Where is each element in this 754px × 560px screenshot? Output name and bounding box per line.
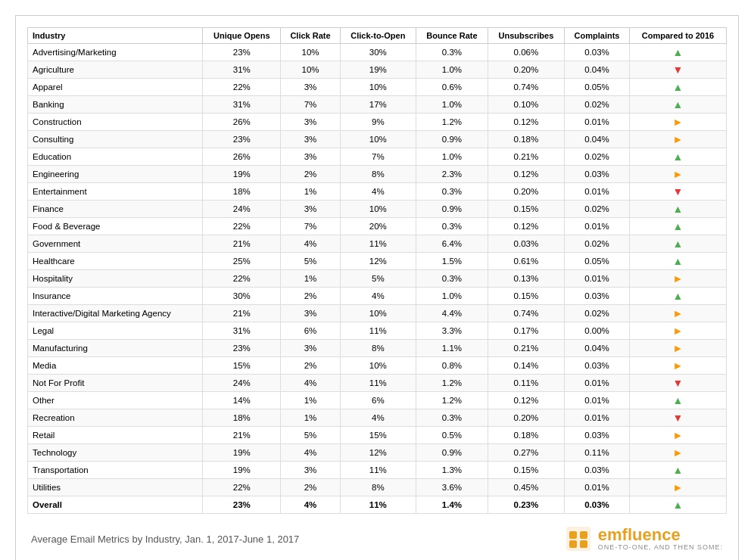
cell-click-rate: 7%: [281, 218, 340, 235]
cell-industry: Agriculture: [28, 61, 203, 79]
cell-unsubscribes: 0.20%: [488, 61, 564, 79]
cell-unsubscribes: 0.18%: [488, 131, 564, 148]
cell-complaints: 0.03%: [564, 288, 629, 305]
col-unsubscribes: Unsubscribes: [488, 28, 564, 44]
cell-click-to-open: 17%: [340, 96, 416, 114]
cell-arrow: ▼: [630, 183, 727, 201]
arrow-right-orange: ►: [673, 342, 684, 354]
cell-complaints: 0.01%: [564, 479, 629, 496]
cell-industry: Banking: [28, 96, 203, 114]
cell-complaints: 0.02%: [564, 148, 629, 166]
cell-click-rate: 7%: [281, 96, 340, 114]
cell-bounce-rate: 0.3%: [416, 183, 488, 201]
cell-arrow: ►: [630, 114, 727, 131]
col-click-to-open: Click-to-Open: [340, 28, 416, 44]
table-row: Retail 21% 5% 15% 0.5% 0.18% 0.03% ►: [28, 427, 727, 444]
cell-unsubscribes: 0.74%: [488, 79, 564, 96]
table-row: Utilities 22% 2% 8% 3.6% 0.45% 0.01% ►: [28, 479, 727, 496]
cell-complaints: 0.02%: [564, 305, 629, 322]
cell-click-to-open: 4%: [340, 183, 416, 201]
cell-complaints: 0.01%: [564, 392, 629, 409]
cell-click-rate: 1%: [281, 270, 340, 288]
cell-complaints: 0.00%: [564, 322, 629, 340]
arrow-up-green: ▲: [673, 151, 684, 163]
cell-arrow: ▲: [630, 201, 727, 218]
cell-industry: Technology: [28, 444, 203, 462]
cell-industry: Education: [28, 148, 203, 166]
cell-overall-label: Overall: [28, 496, 203, 514]
cell-unsubscribes: 0.15%: [488, 288, 564, 305]
cell-click-rate: 2%: [281, 166, 340, 183]
table-row: Legal 31% 6% 11% 3.3% 0.17% 0.00% ►: [28, 322, 727, 340]
cell-unsubscribes: 0.18%: [488, 427, 564, 444]
arrow-right-orange: ►: [673, 446, 684, 459]
table-row: Construction 26% 3% 9% 1.2% 0.12% 0.01% …: [28, 114, 727, 131]
cell-bounce-rate: 0.3%: [416, 44, 488, 61]
cell-unique-opens: 31%: [203, 61, 281, 79]
cell-complaints: 0.05%: [564, 253, 629, 270]
cell-unique-opens: 26%: [203, 148, 281, 166]
logo-text: emfluence ONE-TO-ONE, AND THEN SOME:: [598, 527, 723, 551]
table-row: Other 14% 1% 6% 1.2% 0.12% 0.01% ▲: [28, 392, 727, 409]
cell-unique-opens: 19%: [203, 462, 281, 479]
cell-click-to-open: 6%: [340, 392, 416, 409]
cell-unsubscribes: 0.21%: [488, 148, 564, 166]
cell-bounce-rate: 0.6%: [416, 79, 488, 96]
table-row: Engineering 19% 2% 8% 2.3% 0.12% 0.03% ►: [28, 166, 727, 183]
cell-unsubscribes: 0.10%: [488, 96, 564, 114]
cell-click-rate: 10%: [281, 44, 340, 61]
cell-unique-opens: 21%: [203, 427, 281, 444]
table-row: Government 21% 4% 11% 6.4% 0.03% 0.02% ▲: [28, 235, 727, 253]
cell-unsubscribes: 0.74%: [488, 305, 564, 322]
cell-unique-opens: 19%: [203, 166, 281, 183]
arrow-down-red: ▼: [673, 64, 684, 76]
emfluence-logo-icon: [565, 525, 592, 552]
cell-unique-opens: 31%: [203, 96, 281, 114]
cell-arrow: ►: [630, 305, 727, 322]
cell-unsubscribes: 0.12%: [488, 166, 564, 183]
cell-unique-opens: 22%: [203, 79, 281, 96]
caption: Average Email Metrics by Industry, Jan. …: [31, 534, 299, 545]
cell-click-to-open: 4%: [340, 409, 416, 427]
cell-click-rate: 3%: [281, 462, 340, 479]
table-row: Banking 31% 7% 17% 1.0% 0.10% 0.02% ▲: [28, 96, 727, 114]
table-row: Food & Beverage 22% 7% 20% 0.3% 0.12% 0.…: [28, 218, 727, 235]
arrow-up-green: ▲: [673, 46, 684, 58]
cell-unique-opens: 26%: [203, 114, 281, 131]
arrow-up-green: ▲: [673, 464, 684, 476]
cell-industry: Engineering: [28, 166, 203, 183]
cell-overall-click-to-open: 11%: [340, 496, 416, 514]
cell-industry: Government: [28, 235, 203, 253]
cell-unsubscribes: 0.12%: [488, 218, 564, 235]
cell-unique-opens: 24%: [203, 201, 281, 218]
cell-industry: Media: [28, 357, 203, 375]
cell-click-to-open: 19%: [340, 61, 416, 79]
cell-click-to-open: 11%: [340, 462, 416, 479]
arrow-up-green: ▲: [673, 499, 684, 511]
cell-unsubscribes: 0.15%: [488, 201, 564, 218]
cell-unique-opens: 14%: [203, 392, 281, 409]
table-row: Advertising/Marketing 23% 10% 30% 0.3% 0…: [28, 44, 727, 61]
cell-unique-opens: 23%: [203, 131, 281, 148]
cell-bounce-rate: 3.6%: [416, 479, 488, 496]
metrics-table: Industry Unique Opens Click Rate Click-t…: [27, 27, 727, 514]
cell-unique-opens: 18%: [203, 409, 281, 427]
arrow-up-green: ▲: [673, 81, 684, 93]
svg-rect-2: [580, 531, 587, 539]
cell-bounce-rate: 0.8%: [416, 357, 488, 375]
cell-bounce-rate: 0.9%: [416, 201, 488, 218]
cell-complaints: 0.03%: [564, 166, 629, 183]
cell-complaints: 0.02%: [564, 235, 629, 253]
cell-bounce-rate: 1.0%: [416, 61, 488, 79]
cell-bounce-rate: 1.2%: [416, 114, 488, 131]
cell-arrow: ▼: [630, 61, 727, 79]
table-row: Apparel 22% 3% 10% 0.6% 0.74% 0.05% ▲: [28, 79, 727, 96]
cell-bounce-rate: 2.3%: [416, 166, 488, 183]
cell-click-rate: 3%: [281, 201, 340, 218]
col-industry: Industry: [28, 28, 203, 44]
col-click-rate: Click Rate: [281, 28, 340, 44]
arrow-up-green: ▲: [673, 220, 684, 232]
cell-unique-opens: 15%: [203, 357, 281, 375]
cell-arrow: ►: [630, 166, 727, 183]
cell-unsubscribes: 0.61%: [488, 253, 564, 270]
